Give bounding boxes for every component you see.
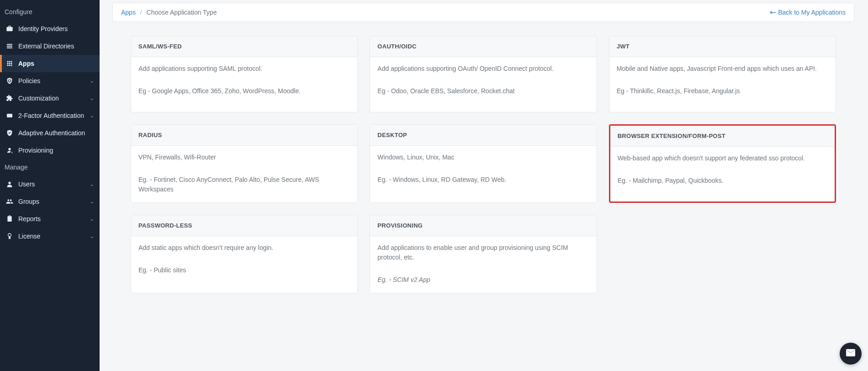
sidebar-section-configure: Configure	[0, 4, 100, 20]
chevron-down-icon: ⌄	[90, 233, 94, 239]
card-description: Add applications supporting OAuth/ OpenI…	[377, 64, 589, 74]
card-title: OAUTH/OIDC	[370, 36, 596, 57]
card-title: JWT	[609, 36, 836, 57]
sidebar-item-label: Apps	[18, 60, 34, 67]
users-icon	[5, 197, 14, 206]
chevron-down-icon: ⌄	[90, 198, 94, 205]
card-jwt[interactable]: JWT Mobile and Native apps, Javascript F…	[609, 36, 836, 112]
card-saml-wsfed[interactable]: SAML/WS-FED Add applications supporting …	[131, 36, 358, 112]
card-example: Eg - Google Apps, Office 365, Zoho, Word…	[138, 86, 350, 96]
card-title: SAML/WS-FED	[131, 36, 357, 57]
sidebar-item-label: Reports	[18, 215, 41, 223]
card-description: VPN, Firewalls, Wifi-Router	[138, 153, 350, 162]
sidebar-item-label: Users	[18, 180, 35, 188]
card-description: Add applications supporting SAML protoco…	[138, 64, 350, 74]
card-description: Web-based app which doesn't support any …	[618, 154, 827, 163]
breadcrumb-root-link[interactable]: Apps	[121, 9, 136, 16]
sidebar-item-customization[interactable]: Customization ⌄	[0, 90, 100, 107]
chevron-down-icon: ⌄	[90, 112, 94, 119]
card-example: Eg. - SCIM v2 App	[377, 275, 589, 285]
back-link-label: Back to My Applications	[778, 9, 846, 16]
svg-rect-0	[7, 114, 12, 117]
shield-gear-icon	[5, 77, 14, 85]
card-example: Eg. - Windows, Linux, RD Gateway, RD Web…	[377, 175, 589, 185]
back-to-applications-link[interactable]: 🡐 Back to My Applications	[770, 9, 846, 16]
sidebar-item-external-directories[interactable]: External Directories	[0, 37, 100, 55]
card-example: Eg - Thinkific, React.js, Firebase, Angu…	[617, 86, 828, 96]
chevron-down-icon: ⌄	[90, 95, 94, 101]
card-example: Eg - Odoo, Oracle EBS, Salesforce, Rocke…	[377, 86, 589, 96]
card-title: DESKTOP	[370, 125, 596, 146]
sidebar: Configure Identity Providers External Di…	[0, 0, 100, 371]
card-browser-extension[interactable]: BROWSER EXTENSION/FORM-POST Web-based ap…	[609, 124, 836, 203]
sidebar-item-groups[interactable]: Groups ⌄	[0, 193, 100, 210]
sidebar-item-label: Provisioning	[18, 147, 53, 154]
card-description: Add static apps which doesn't require an…	[138, 243, 350, 253]
sidebar-item-users[interactable]: Users ⌄	[0, 175, 100, 193]
card-provisioning[interactable]: PROVISIONING Add applications to enable …	[370, 215, 597, 293]
sidebar-item-label: Customization	[18, 95, 59, 102]
sidebar-section-manage: Manage	[0, 159, 100, 175]
numeric-icon	[5, 111, 14, 120]
card-example: Eg. - Mailchimp, Paypal, Quickbooks.	[618, 176, 827, 186]
mail-icon	[845, 347, 856, 360]
sidebar-item-label: Identity Providers	[18, 25, 68, 32]
sidebar-item-2fa[interactable]: 2-Factor Authentication ⌄	[0, 107, 100, 124]
main-content: Apps / Choose Application Type 🡐 Back to…	[100, 0, 868, 371]
breadcrumb-separator: /	[140, 9, 142, 16]
card-description: Windows, Linux, Unix, Mac	[377, 153, 589, 162]
arrow-left-icon: 🡐	[770, 9, 776, 16]
sidebar-item-provisioning[interactable]: Provisioning	[0, 142, 100, 159]
card-radius[interactable]: RADIUS VPN, Firewalls, Wifi-Router Eg. -…	[131, 124, 358, 203]
sidebar-item-apps[interactable]: Apps	[0, 55, 100, 72]
sidebar-item-label: Adaptive Authentication	[18, 129, 85, 137]
chevron-down-icon: ⌄	[90, 181, 94, 187]
list-icon	[5, 42, 14, 50]
card-oauth-oidc[interactable]: OAUTH/OIDC Add applications supporting O…	[370, 36, 597, 112]
chevron-down-icon: ⌄	[90, 78, 94, 84]
sidebar-item-adaptive-auth[interactable]: Adaptive Authentication	[0, 124, 100, 142]
sidebar-item-label: License	[18, 233, 40, 240]
puzzle-icon	[5, 94, 14, 102]
clipboard-icon	[5, 215, 14, 223]
sidebar-item-label: External Directories	[18, 42, 74, 50]
card-title: PASSWORD-LESS	[131, 215, 357, 236]
chat-fab[interactable]	[840, 343, 862, 365]
application-type-grid: SAML/WS-FED Add applications supporting …	[112, 36, 854, 293]
sidebar-item-label: Groups	[18, 198, 39, 205]
sidebar-item-identity-providers[interactable]: Identity Providers	[0, 20, 100, 37]
briefcase-icon	[5, 25, 14, 33]
grid-icon	[5, 59, 14, 68]
chevron-down-icon: ⌄	[90, 216, 94, 222]
sidebar-item-license[interactable]: License ⌄	[0, 228, 100, 245]
card-desktop[interactable]: DESKTOP Windows, Linux, Unix, Mac Eg. - …	[370, 124, 597, 203]
card-password-less[interactable]: PASSWORD-LESS Add static apps which does…	[131, 215, 358, 293]
card-example: Eg. - Fortinet, Cisco AnyConnect, Palo A…	[138, 175, 350, 194]
sidebar-item-label: Policies	[18, 77, 40, 85]
card-title: BROWSER EXTENSION/FORM-POST	[610, 126, 835, 147]
sidebar-item-label: 2-Factor Authentication	[18, 112, 84, 119]
card-description: Add applications to enable user and grou…	[377, 243, 589, 262]
user-sync-icon	[5, 146, 14, 154]
card-example: Eg. - Public sites	[138, 265, 350, 275]
shield-check-icon	[5, 129, 14, 137]
sidebar-item-policies[interactable]: Policies ⌄	[0, 72, 100, 90]
card-description: Mobile and Native apps, Javascript Front…	[617, 64, 828, 74]
certificate-icon	[5, 232, 14, 240]
breadcrumb: Apps / Choose Application Type	[121, 9, 217, 16]
user-icon	[5, 180, 14, 188]
card-title: PROVISIONING	[370, 215, 596, 236]
topbar: Apps / Choose Application Type 🡐 Back to…	[112, 3, 854, 22]
sidebar-item-reports[interactable]: Reports ⌄	[0, 210, 100, 228]
breadcrumb-current: Choose Application Type	[147, 9, 217, 16]
card-title: RADIUS	[131, 125, 357, 146]
